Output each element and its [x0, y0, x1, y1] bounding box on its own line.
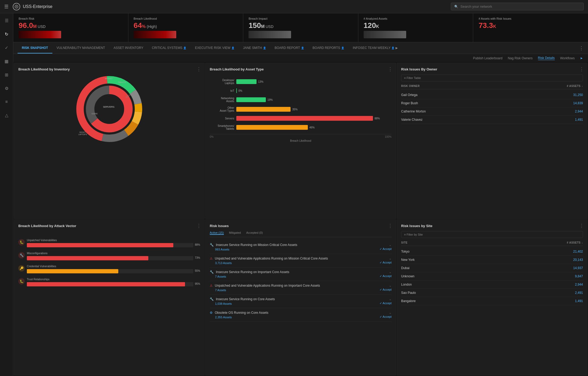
tab-executive-risk-view[interactable]: EXECUTIVE RISK VIEW 👤	[191, 43, 239, 53]
action-publish-leaderboard[interactable]: Publish Leaderboard	[473, 56, 502, 60]
attack-label-misconfig: Misconfigurations	[27, 252, 200, 255]
issue-accept-4[interactable]: ✓ Accept	[380, 302, 392, 305]
tab-jane-smith[interactable]: JANE SMITH 👤	[239, 43, 270, 53]
issue-icon-3: ⚠	[210, 284, 213, 287]
metric-breach-likelihood-label: Breach Likelihood	[134, 17, 238, 20]
tab-vulnerability-management[interactable]: VULNERABILITY MANAGEMENT	[52, 43, 109, 53]
site-name-dubai: Dubai	[401, 266, 409, 270]
issue-accept-2[interactable]: ✓ Accept	[380, 274, 392, 278]
bar-label-networking: NetworkingAssets	[210, 97, 236, 103]
tab-critical-systems[interactable]: CRITICAL SYSTEMS 👤	[148, 43, 191, 53]
attack-bar-unpatched	[27, 243, 173, 247]
sidebar-alert-icon[interactable]: △	[3, 111, 10, 119]
bar-label-desktops: Desktops/Laptops	[210, 79, 236, 85]
owner-row-roger: Roger Bush 14,839	[401, 99, 583, 107]
sidebar-shield-icon[interactable]: ✓	[3, 44, 10, 52]
panel-breach-inventory-menu[interactable]: ⋮	[196, 66, 201, 72]
issue-accept-5[interactable]: ✓ Accept	[380, 315, 392, 319]
bar-iot	[236, 88, 237, 93]
issue-chevron-3[interactable]: ⌄	[389, 284, 392, 287]
site-col-assets: # ASSETS ↓	[567, 241, 583, 244]
owner-col-assets: # ASSETS ↓	[567, 85, 583, 87]
svg-text:TABLETS: TABLETS	[118, 81, 126, 83]
main-content: Breach Risk 96.0MUSD Breach Likelihood 6…	[13, 13, 588, 376]
sidebar-settings-icon[interactable]: ⚙	[3, 84, 10, 93]
site-filter-bar[interactable]: ≡ Filter by Site	[401, 231, 583, 238]
tab-mitigated[interactable]: Mitigated	[229, 231, 241, 235]
action-nag-risk-owners[interactable]: Nag Risk Owners	[508, 56, 532, 60]
tab-infosec-weekly[interactable]: INFOSEC TEAM WEEKLY 👤 ▶	[348, 43, 402, 53]
issue-assets-0: 993 Assets	[215, 248, 229, 251]
svg-text:CORE: CORE	[91, 112, 98, 115]
bar-label-iot: IoT	[210, 89, 236, 92]
site-value-sao-paulo: 2,491	[575, 291, 583, 295]
sidebar-refresh-icon[interactable]: ↻	[3, 30, 10, 38]
search-box[interactable]: 🔍	[451, 3, 584, 10]
tab-accepted[interactable]: Accepted (0)	[246, 231, 263, 235]
bar-row-servers: Servers 88%	[210, 116, 392, 121]
tab-asset-inventory[interactable]: ASSET INVENTORY	[109, 43, 148, 53]
issue-accept-1[interactable]: ✓ Accept	[380, 261, 392, 264]
attack-row-trust: 🐛 Trust Relationships 95%	[18, 278, 200, 286]
tab-board-report[interactable]: BOARD REPORT 👤	[270, 43, 308, 53]
issue-row-1: ⚠ Unpatched and Vulnerable Applications …	[210, 254, 392, 268]
action-workflows[interactable]: Workflows	[560, 56, 575, 60]
site-value-new-york: 20,143	[573, 258, 583, 262]
bar-row-networking: NetworkingAssets 19%	[210, 97, 392, 103]
attack-label-trust: Trust Relationships	[27, 278, 200, 281]
attack-bar-outer-trust	[27, 282, 193, 286]
search-input[interactable]	[460, 5, 580, 9]
bar-wrap-servers: 88%	[236, 116, 392, 121]
panel-risk-issues-owner-menu[interactable]: ⋮	[579, 66, 584, 72]
panel-attack-vector-title: Breach Likelihood by Attack Vector	[18, 224, 200, 228]
issue-name-0: Insecure Service Running on Mission Crit…	[216, 243, 389, 247]
sidebar-apps-icon[interactable]: ⊞	[3, 71, 10, 79]
site-row-dubai: Dubai 14,937	[401, 264, 583, 272]
bar-wrap-iot: 0%	[236, 88, 392, 93]
chart-xlabel: Breach Likelihood	[210, 139, 392, 142]
send-icon[interactable]: ➤	[580, 56, 583, 60]
panel-risk-issues-menu[interactable]: ⋮	[388, 223, 393, 229]
owner-name-valerie: Valerie Chavez	[401, 118, 422, 122]
panel-attack-vector-menu[interactable]: ⋮	[196, 223, 201, 229]
panel-risk-issues-site-menu[interactable]: ⋮	[579, 223, 584, 229]
tab-active[interactable]: Active (15)	[210, 231, 224, 235]
bar-smartphones	[236, 125, 308, 130]
tab-risk-snapshot[interactable]: RISK SNAPSHOT	[18, 43, 52, 53]
action-risk-details[interactable]: Risk Details	[538, 56, 555, 60]
panel-breach-asset-type-menu[interactable]: ⋮	[388, 66, 393, 72]
attack-bar-credential	[27, 269, 118, 273]
issue-chevron-5[interactable]: ⌄	[389, 311, 392, 315]
issue-chevron-2[interactable]: ⌄	[389, 270, 392, 274]
sidebar-home-icon[interactable]: ☰	[3, 16, 10, 25]
metrics-row: Breach Risk 96.0MUSD Breach Likelihood 6…	[13, 13, 588, 42]
site-name-unknown: Unknown	[401, 274, 414, 278]
tab-board-reports[interactable]: BOARD REPORTS 👤	[308, 43, 348, 53]
issue-row-0: 🔧 Insecure Service Running on Mission Cr…	[210, 240, 392, 254]
bar-label-smartphones: Smartphones/Tablets	[210, 124, 236, 130]
issue-chevron-0[interactable]: ⌄	[389, 243, 392, 247]
site-col-site: SITE	[401, 241, 408, 244]
site-row-tokyo: Tokyo 21,402	[401, 248, 583, 256]
panel-risk-issues-site: Risk Issues by Site ⋮ ≡ Filter by Site S…	[397, 219, 587, 375]
issue-accept-0[interactable]: ✓ Accept	[380, 247, 392, 251]
issue-chevron-4[interactable]: ⌄	[389, 297, 392, 301]
issue-name-5: Obsolete OS Running on Core Assets	[215, 311, 389, 315]
bar-row-iot: IoT 0%	[210, 88, 392, 93]
issue-assets-3: 7 Assets	[215, 289, 226, 292]
sidebar-list-icon[interactable]: ≡	[4, 98, 9, 106]
attack-bar-outer-unpatched	[27, 243, 193, 247]
metric-analyzed-assets-value: 120K	[364, 21, 468, 30]
issue-accept-3[interactable]: ✓ Accept	[380, 288, 392, 291]
owner-name-gail: Gail Ortega	[401, 93, 417, 97]
attack-pct-credential: 55%	[195, 269, 200, 272]
owner-filter-bar[interactable]: ≡ Filter Table	[401, 74, 583, 81]
menu-icon[interactable]: ☰	[4, 4, 9, 10]
sidebar-grid-icon[interactable]: ▦	[3, 57, 10, 65]
bar-networking	[236, 97, 266, 102]
svg-text:MARKET: MARKET	[105, 78, 113, 80]
site-table-header: SITE # ASSETS ↓	[401, 241, 583, 246]
issue-chevron-1[interactable]: ⌄	[389, 257, 392, 260]
tab-more-options[interactable]: ⋮	[579, 45, 584, 51]
panel-risk-issues-owner: Risk Issues By Owner ⋮ ≡ Filter Table RI…	[397, 63, 587, 219]
